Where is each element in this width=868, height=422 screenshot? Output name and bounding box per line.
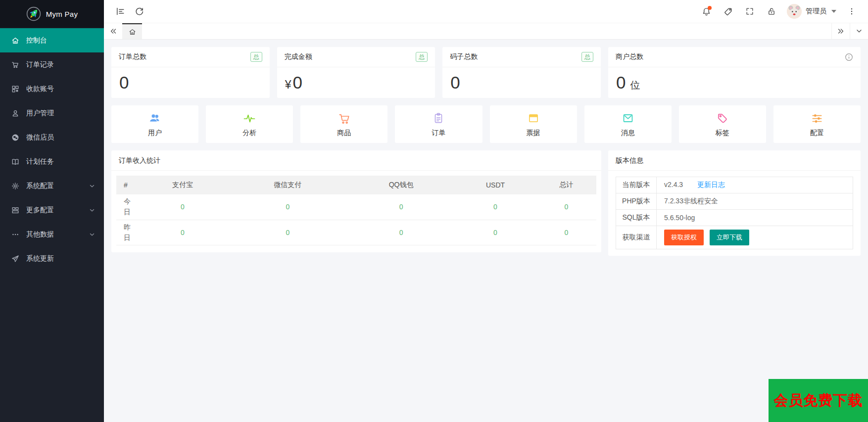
shortcut-messages[interactable]: 消息 <box>584 105 672 143</box>
stats-row: 订单总数 总 0 完成金额 总 ¥ 0 <box>111 47 861 98</box>
refresh-button[interactable] <box>130 2 148 21</box>
shortcuts-row: 用户 分析 商品 <box>111 105 861 143</box>
version-label: SQL版本 <box>616 210 657 226</box>
tabs-scroll-left-button[interactable] <box>104 23 122 39</box>
pulse-icon <box>242 111 256 125</box>
stat-title: 商户总数 <box>616 52 643 61</box>
version-panel-title: 版本信息 <box>608 150 861 171</box>
info-icon[interactable] <box>845 53 853 61</box>
sidebar-item-label: 收款账号 <box>26 85 54 94</box>
shortcut-label: 标签 <box>716 129 729 138</box>
shortcut-analytics[interactable]: 分析 <box>206 105 293 143</box>
cell-value: 0 <box>348 220 455 245</box>
sidebar-item-system-config[interactable]: 系统配置 <box>0 174 104 198</box>
tabs-scroll-right-button[interactable] <box>831 23 850 39</box>
cell-value: 0 <box>536 220 596 245</box>
row-label: 昨日 <box>116 220 138 245</box>
sql-version-value: 5.6.50-log <box>657 210 853 226</box>
sidebar-item-wechat-staff[interactable]: 微信店员 <box>0 125 104 149</box>
double-chevron-left-icon <box>109 27 117 35</box>
double-chevron-right-icon <box>837 27 845 35</box>
cart-icon <box>11 61 19 69</box>
tabs-menu-button[interactable] <box>850 23 868 39</box>
tag-icon <box>716 111 729 125</box>
fullscreen-icon <box>745 7 754 16</box>
users-icon <box>148 111 162 125</box>
version-label: 获取渠道 <box>616 226 657 249</box>
tab-bar-controls <box>831 23 868 39</box>
sidebar-item-system-update[interactable]: 系统更新 <box>0 246 104 271</box>
version-row-php: PHP版本 7.2.33非线程安全 <box>616 193 853 210</box>
sidebar-item-cron-tasks[interactable]: 计划任务 <box>0 149 104 174</box>
home-tab-icon <box>129 28 136 36</box>
user-menu[interactable]: 管理员 <box>784 4 839 19</box>
sidebar-item-more-config[interactable]: 更多配置 <box>0 198 104 222</box>
notification-badge-dot <box>708 6 712 10</box>
sidebar-item-dashboard[interactable]: 控制台 <box>0 28 104 52</box>
member-download-banner[interactable]: 会员免费下载 <box>769 379 868 422</box>
version-row-current: 当前版本 v2.4.3 更新日志 <box>616 177 853 193</box>
send-icon <box>11 255 19 263</box>
refresh-icon <box>135 7 144 16</box>
lock-screen-button[interactable] <box>762 2 781 21</box>
dashboard-content: 订单总数 总 0 完成金额 总 ¥ 0 <box>104 40 868 422</box>
cell-value: 0 <box>454 220 536 245</box>
shortcut-label: 票据 <box>527 129 540 138</box>
sidebar-item-label: 订单记录 <box>26 60 54 69</box>
cell-value: 0 <box>138 194 228 220</box>
stat-card-total-orders: 订单总数 总 0 <box>111 47 270 98</box>
stat-value: 0 <box>450 67 460 98</box>
column-header: QQ钱包 <box>348 176 455 194</box>
tag-icon <box>723 7 733 16</box>
shortcut-label: 分析 <box>242 129 256 138</box>
shortcut-label: 消息 <box>621 129 635 138</box>
stat-value: 0 <box>616 67 626 98</box>
total-badge: 总 <box>581 52 593 62</box>
currency-symbol: ¥ <box>285 78 291 92</box>
sidebar-item-accounts[interactable]: 收款账号 <box>0 77 104 101</box>
bottom-row: 订单收入统计 # 支付宝 微信支付 QQ钱包 USDT 总计 <box>111 150 861 256</box>
cart-icon <box>338 111 351 125</box>
income-panel: 订单收入统计 # 支付宝 微信支付 QQ钱包 USDT 总计 <box>111 150 601 252</box>
stat-card-total-codes: 码子总数 总 0 <box>442 47 601 98</box>
stat-title: 订单总数 <box>119 52 146 61</box>
main-area: 管理员 <box>104 0 868 422</box>
fullscreen-button[interactable] <box>740 2 759 21</box>
chevron-down-icon <box>89 183 95 189</box>
changelog-link[interactable]: 更新日志 <box>697 181 725 188</box>
tab-home[interactable] <box>122 23 142 39</box>
shortcut-label: 商品 <box>337 129 351 138</box>
shortcut-tickets[interactable]: 票据 <box>490 105 577 143</box>
tag-button[interactable] <box>719 2 737 21</box>
collapse-sidebar-button[interactable] <box>111 2 130 21</box>
income-table: # 支付宝 微信支付 QQ钱包 USDT 总计 今日 <box>116 176 596 245</box>
cell-value: 0 <box>348 194 455 220</box>
ellipsis-icon <box>11 231 19 238</box>
get-license-button[interactable]: 获取授权 <box>664 230 704 245</box>
more-options-button[interactable] <box>842 2 861 21</box>
chevron-down-icon <box>855 27 863 35</box>
sidebar-item-orders[interactable]: 订单记录 <box>0 52 104 77</box>
shortcut-tags[interactable]: 标签 <box>679 105 766 143</box>
income-panel-title: 订单收入统计 <box>111 150 601 171</box>
shortcut-orders[interactable]: 订单 <box>395 105 482 143</box>
sidebar-item-users[interactable]: 用户管理 <box>0 101 104 125</box>
download-now-button[interactable]: 立即下载 <box>710 230 749 245</box>
total-badge: 总 <box>250 52 262 62</box>
banner-text: 会员免费下载 <box>774 391 863 411</box>
notifications-button[interactable] <box>697 2 716 21</box>
topbar-right-group: 管理员 <box>697 2 861 21</box>
cell-value: 0 <box>454 194 536 220</box>
cell-value: 0 <box>228 194 348 220</box>
stat-title: 码子总数 <box>450 52 478 61</box>
app-logo[interactable]: Mym Pay <box>0 0 104 28</box>
gear-icon <box>11 182 19 190</box>
sidebar-item-other-data[interactable]: 其他数据 <box>0 222 104 246</box>
shortcut-settings[interactable]: 配置 <box>773 105 861 143</box>
user-icon <box>11 109 19 117</box>
shortcut-products[interactable]: 商品 <box>300 105 387 143</box>
layout-grid-icon <box>11 206 19 214</box>
shortcut-users[interactable]: 用户 <box>111 105 198 143</box>
column-header: USDT <box>454 176 536 194</box>
version-row-channel: 获取渠道 获取授权 立即下载 <box>616 226 853 249</box>
